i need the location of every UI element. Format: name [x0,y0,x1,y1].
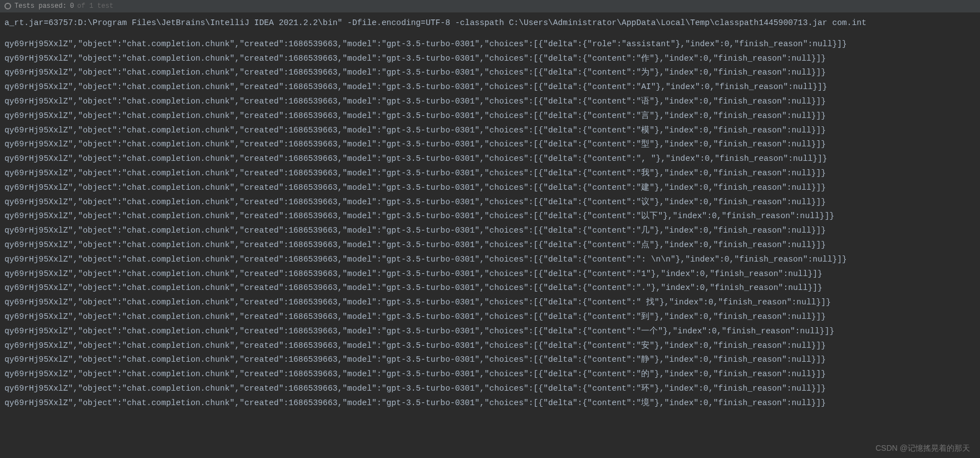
log-line: qy69rHj95XxlZ","object":"chat.completion… [4,382,976,396]
log-line: qy69rHj95XxlZ","object":"chat.completion… [4,267,976,282]
log-line: qy69rHj95XxlZ","object":"chat.completion… [4,95,976,109]
log-line: qy69rHj95XxlZ","object":"chat.completion… [4,310,976,324]
log-line: qy69rHj95XxlZ","object":"chat.completion… [4,166,976,181]
command-line: a_rt.jar=63757:D:\Program Files\JetBrain… [4,16,976,31]
log-line: qy69rHj95XxlZ","object":"chat.completion… [4,224,976,238]
log-line: qy69rHj95XxlZ","object":"chat.completion… [4,181,976,195]
log-line: qy69rHj95XxlZ","object":"chat.completion… [4,339,976,353]
log-line: qy69rHj95XxlZ","object":"chat.completion… [4,195,976,210]
log-line: qy69rHj95XxlZ","object":"chat.completion… [4,109,976,124]
log-line: qy69rHj95XxlZ","object":"chat.completion… [4,124,976,138]
log-line: qy69rHj95XxlZ","object":"chat.completion… [4,37,976,52]
log-line: qy69rHj95XxlZ","object":"chat.completion… [4,52,976,66]
log-line: qy69rHj95XxlZ","object":"chat.completion… [4,238,976,253]
log-line: qy69rHj95XxlZ","object":"chat.completion… [4,152,976,166]
log-line: qy69rHj95XxlZ","object":"chat.completion… [4,253,976,267]
refresh-icon[interactable] [4,3,11,9]
log-line: qy69rHj95XxlZ","object":"chat.completion… [4,353,976,367]
log-line: qy69rHj95XxlZ","object":"chat.completion… [4,396,976,411]
log-lines: qy69rHj95XxlZ","object":"chat.completion… [4,37,976,411]
tests-passed-label: Tests passed: [14,2,67,10]
tests-total-label: of 1 test [77,2,114,10]
log-line: qy69rHj95XxlZ","object":"chat.completion… [4,324,976,339]
log-line: qy69rHj95XxlZ","object":"chat.completion… [4,137,976,152]
console-output[interactable]: a_rt.jar=63757:D:\Program Files\JetBrain… [0,13,980,414]
tests-passed-count: 0 [70,2,74,10]
log-line: qy69rHj95XxlZ","object":"chat.completion… [4,66,976,80]
log-line: qy69rHj95XxlZ","object":"chat.completion… [4,80,976,95]
tests-status-bar: Tests passed: 0 of 1 test [0,0,980,13]
log-line: qy69rHj95XxlZ","object":"chat.completion… [4,209,976,224]
watermark-text: CSDN @记憶搖晃着的那天 [875,444,970,454]
log-line: qy69rHj95XxlZ","object":"chat.completion… [4,281,976,296]
log-line: qy69rHj95XxlZ","object":"chat.completion… [4,367,976,382]
log-line: qy69rHj95XxlZ","object":"chat.completion… [4,296,976,310]
